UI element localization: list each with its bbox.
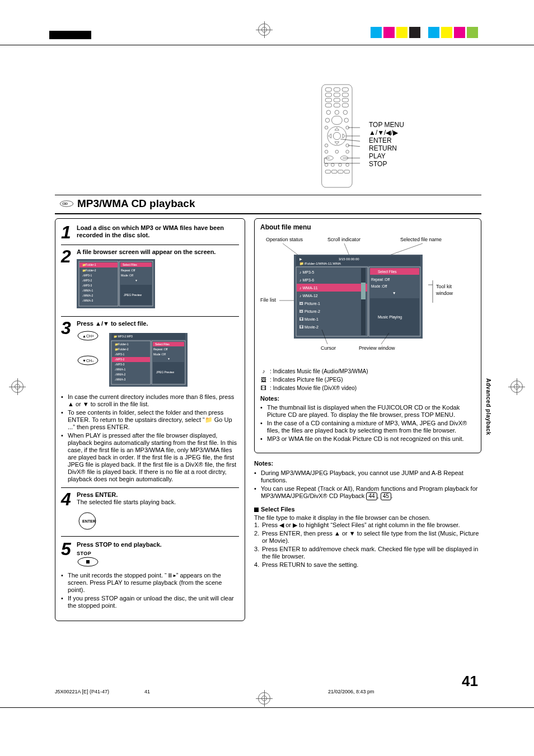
legend-text: : Indicates Movie file (DivX® video) (270, 384, 357, 392)
svg-rect-7 (325, 98, 331, 102)
registration-mark-icon (258, 24, 270, 36)
svg-text:🖼 Picture-1: 🖼 Picture-1 (299, 302, 320, 306)
svg-text:📁 /Folder-1/WMA-11.WMA: 📁 /Folder-1/WMA-11.WMA (299, 261, 341, 266)
section-header: CD MP3/WMA CD playback (55, 195, 481, 214)
registration-mark-icon (510, 381, 523, 393)
step-number: 4 (61, 491, 73, 507)
svg-point-33 (346, 163, 349, 167)
svg-rect-37 (344, 170, 349, 173)
svg-point-31 (331, 163, 335, 167)
svg-rect-9 (342, 98, 348, 102)
svg-rect-1 (325, 88, 331, 92)
remote-label: PLAY (369, 152, 404, 160)
svg-rect-6 (342, 93, 348, 97)
svg-text:Select Files: Select Files (378, 270, 397, 274)
svg-text:♪ WMA-11: ♪ WMA-11 (299, 286, 318, 290)
svg-point-30 (325, 163, 328, 167)
side-tab: Advanced playback (485, 378, 491, 435)
svg-text:File list: File list (260, 297, 277, 303)
svg-text:Repeat   :Off: Repeat :Off (153, 348, 168, 351)
svg-rect-35 (332, 170, 337, 173)
svg-point-47 (65, 203, 67, 204)
page-ref: 45 (381, 492, 391, 500)
svg-text:▼: ▼ (167, 357, 170, 360)
list-item: Press RETURN to save the setting. (254, 561, 481, 569)
legend: ♪: Indicates Music file (Audio/MP3/WMA) … (260, 368, 475, 392)
svg-text:♪MP3-1: ♪MP3-1 (82, 274, 92, 277)
svg-text:♪ MP3-5: ♪ MP3-5 (299, 270, 314, 274)
note-item: To see contents in folder, select the fo… (61, 409, 239, 431)
svg-point-23 (325, 144, 328, 147)
svg-point-13 (326, 110, 331, 115)
music-file-icon: ♪ (260, 368, 267, 375)
svg-rect-2 (334, 88, 340, 92)
svg-text:♪MP3-1: ♪MP3-1 (115, 353, 124, 356)
ch-up-button-icon: ▲CH+ (77, 331, 99, 341)
svg-line-40 (340, 139, 360, 142)
svg-rect-36 (338, 170, 343, 173)
svg-text:♪MP3-3: ♪MP3-3 (82, 284, 92, 287)
svg-text:📁Folder-2: 📁Folder-2 (82, 269, 96, 273)
outer-notes: Notes: During MP3/WMA/JPEG Playback, you… (254, 460, 481, 569)
svg-text:▶: ▶ (299, 257, 302, 261)
about-file-menu-box: About file menu Operation status Scroll … (254, 218, 481, 453)
note-item: The unit records the stopped point. “⏸▶”… (61, 572, 239, 594)
svg-text:Mode      :Off: Mode :Off (371, 284, 387, 288)
file-browser-mock: 📁 MP3-2.MP3 📁Folder-1 📁Folder-2 ♪MP3-1 (109, 333, 188, 387)
svg-text:Repeat    :Off: Repeat :Off (371, 278, 390, 282)
svg-line-41 (348, 145, 360, 147)
svg-point-26 (335, 150, 339, 153)
step-lead: Press STOP to end playback. (77, 541, 239, 548)
svg-rect-10 (325, 104, 331, 107)
footer-page: 41 (144, 689, 150, 694)
svg-text:♪WMA-1: ♪WMA-1 (115, 368, 125, 371)
step-text: Load a disc on which MP3 or WMA files ha… (77, 224, 239, 239)
list-item: Press ENTER to add/remove check mark. Ch… (254, 546, 481, 560)
svg-rect-118 (361, 268, 366, 335)
step5-notes: The unit records the stopped point. “⏸▶”… (61, 572, 239, 609)
remote-label: STOP (369, 160, 404, 168)
svg-rect-3 (342, 88, 348, 92)
list-item: Press ◀ or ▶ to highlight “Select Files”… (254, 522, 481, 529)
section-title: MP3/WMA CD playback (77, 198, 195, 210)
about-notes: The thumbnail list is displayed when the… (260, 404, 475, 443)
svg-text:♪ MP3-6: ♪ MP3-6 (299, 278, 314, 282)
select-intro: The file type to make it display in the … (254, 514, 481, 522)
svg-point-14 (335, 110, 339, 115)
svg-point-25 (325, 150, 328, 153)
file-menu-figure: Operation status Scroll indicator Select… (260, 234, 475, 363)
svg-rect-11 (334, 104, 340, 107)
svg-rect-8 (334, 98, 340, 102)
svg-text:Mode     :Off: Mode :Off (153, 353, 166, 356)
svg-text:▼: ▼ (135, 279, 138, 282)
svg-text:♪MP3-2: ♪MP3-2 (115, 358, 124, 361)
remote-label: ENTER (369, 137, 404, 144)
stop-label: STOP (77, 551, 91, 556)
select-files-heading: Select Files (254, 506, 481, 513)
footer-date: 21/02/2006, 8:43 pm (328, 689, 374, 694)
step-number: 5 (61, 541, 73, 567)
remote-label: ▲/▼/◀/▶ (369, 129, 404, 137)
svg-rect-96 (86, 560, 90, 564)
note-item: In case the current directory includes m… (61, 393, 239, 408)
svg-text:▼CH–: ▼CH– (82, 359, 94, 363)
print-color-swatches (369, 27, 478, 38)
svg-text:Select Files: Select Files (155, 342, 170, 346)
svg-text:📁Folder-1: 📁Folder-1 (82, 263, 96, 267)
svg-text:window: window (435, 290, 453, 296)
svg-point-18 (344, 118, 349, 123)
svg-point-27 (346, 150, 349, 153)
svg-text:Preview window: Preview window (359, 345, 395, 351)
svg-point-21 (325, 126, 328, 129)
svg-text:Repeat   :Off: Repeat :Off (121, 269, 135, 272)
print-black-squares (49, 31, 91, 39)
svg-text:Cursor: Cursor (321, 345, 336, 351)
svg-text:📁Folder-1: 📁Folder-1 (115, 342, 129, 346)
svg-text:🎞 Movie-2: 🎞 Movie-2 (299, 325, 318, 329)
page-ref: 44 (366, 492, 377, 500)
legend-text: : Indicates Picture file (JPEG) (270, 376, 343, 383)
svg-text:▲CH+: ▲CH+ (82, 334, 94, 338)
svg-text:JPEG Preview: JPEG Preview (124, 293, 142, 297)
remote-label: RETURN (369, 144, 404, 152)
svg-text:♪WMA-2: ♪WMA-2 (82, 294, 93, 297)
